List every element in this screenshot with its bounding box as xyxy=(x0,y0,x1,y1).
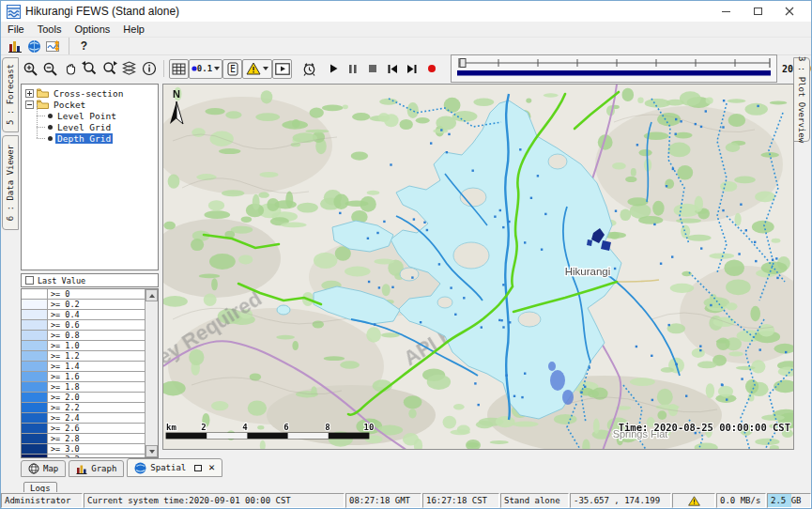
timeseries-dialog-button[interactable] xyxy=(44,37,64,56)
scroll-up-button[interactable] xyxy=(146,289,158,301)
thresholds-dropdown[interactable] xyxy=(242,59,272,79)
play-button[interactable] xyxy=(323,59,343,79)
legend-color-swatch xyxy=(22,382,48,392)
tree-item-label: Cross-section xyxy=(52,88,125,99)
last-timestep-button[interactable] xyxy=(402,59,421,79)
legend-class-label: >= 2.4 xyxy=(48,413,145,423)
zoom-out-button[interactable] xyxy=(40,59,60,79)
layers-button[interactable] xyxy=(119,59,139,79)
menu-item[interactable]: Help xyxy=(116,23,151,35)
tab-graph-label: Graph xyxy=(91,464,116,473)
legend-color-swatch xyxy=(22,444,48,454)
pan-button[interactable] xyxy=(60,59,80,79)
legend-color-swatch xyxy=(22,413,48,423)
pause-button[interactable] xyxy=(343,59,362,79)
legend-scrollbar[interactable] xyxy=(145,289,158,457)
map-display-button[interactable] xyxy=(24,37,44,56)
status-gmt-time: 08:27:18 GMT xyxy=(345,493,421,508)
play-icon xyxy=(327,62,340,75)
tab-graph[interactable]: Graph xyxy=(69,460,124,477)
legend-row: >= 3.0 xyxy=(22,444,145,455)
last-value-toggle[interactable]: Last Value xyxy=(21,273,159,287)
legend-row: >= 0.6 xyxy=(22,320,145,331)
map-viewport[interactable]: API Key Required API Key Required xyxy=(162,84,794,450)
maximize-button[interactable] xyxy=(742,2,774,21)
legend-class-label: >= 1.6 xyxy=(48,372,145,381)
grid-display-button[interactable] xyxy=(169,59,189,79)
zoom-in-button[interactable] xyxy=(21,59,40,79)
last-value-checkbox[interactable] xyxy=(25,276,34,285)
filter-tree-panel: Cross-section Pocket Level Point Level G… xyxy=(21,84,159,270)
stop-button[interactable] xyxy=(362,59,382,79)
graph-icon xyxy=(76,464,87,474)
tree-item-label: Pocket xyxy=(52,100,87,110)
minimize-button[interactable] xyxy=(710,2,742,21)
node-bullet-icon xyxy=(48,114,53,118)
skip-to-end-icon xyxy=(406,63,419,75)
app-window: Hikurangi FEWS (Stand alone) FileToolsOp… xyxy=(0,0,812,509)
view-tabs: Map Graph Spatial ✕ xyxy=(21,458,222,477)
svg-text:8: 8 xyxy=(325,423,329,432)
hand-icon xyxy=(63,61,78,76)
svg-text:4: 4 xyxy=(242,423,248,432)
collapse-icon[interactable] xyxy=(25,100,34,109)
first-timestep-button[interactable] xyxy=(382,59,402,79)
legend-class-label: >= 1.4 xyxy=(48,362,145,371)
tab-map[interactable]: Map xyxy=(21,460,66,477)
tab-close-icon[interactable]: ✕ xyxy=(208,464,215,471)
legend-color-swatch xyxy=(22,331,48,340)
status-warnings[interactable] xyxy=(672,493,715,508)
alarm-clock-icon xyxy=(301,61,317,77)
statistics-button[interactable] xyxy=(5,37,24,56)
tab-spatial[interactable]: Spatial ✕ xyxy=(127,458,222,477)
menu-item[interactable]: Options xyxy=(68,23,116,35)
contour-interval-dropdown[interactable]: 0.1 xyxy=(189,59,222,79)
sidebar-tab-plot-overview[interactable]: 3 : Plot Overview xyxy=(793,57,810,142)
scale-unit-label: km xyxy=(166,423,176,432)
tab-maximize-icon[interactable] xyxy=(194,465,202,471)
animation-button[interactable] xyxy=(272,59,292,79)
info-button[interactable] xyxy=(139,59,159,79)
toolbar-separator xyxy=(163,60,164,77)
tree-item-level-grid[interactable]: Level Grid xyxy=(48,121,156,132)
tree-item-label: Level Point xyxy=(55,111,118,121)
expand-icon[interactable] xyxy=(25,89,34,98)
label-icon: E xyxy=(227,62,238,76)
tab-spatial-label: Spatial xyxy=(150,463,186,472)
record-button[interactable] xyxy=(421,59,441,79)
scroll-down-button[interactable] xyxy=(146,445,158,457)
help-button[interactable]: ? xyxy=(74,37,94,56)
menu-item[interactable]: Tools xyxy=(31,23,69,35)
tree-item-depth-grid[interactable]: Depth Grid xyxy=(48,132,156,144)
label-display-button[interactable]: E xyxy=(222,59,242,79)
tree-item-pocket[interactable]: Pocket xyxy=(25,99,156,110)
title-bar: Hikurangi FEWS (Stand alone) xyxy=(1,1,811,22)
legend-row: >= 1.4 xyxy=(22,362,145,372)
tree-item-level-point[interactable]: Level Point xyxy=(48,110,156,121)
legend-color-swatch xyxy=(22,424,48,433)
zoom-previous-button[interactable] xyxy=(80,59,100,79)
menu-item[interactable]: File xyxy=(1,23,31,35)
legend-class-label: >= 1.2 xyxy=(48,351,145,361)
minimize-icon xyxy=(722,11,730,12)
close-button[interactable] xyxy=(774,2,805,21)
sidebar-tab-forecast[interactable]: 5 : Forecast xyxy=(2,57,19,132)
skip-to-start-icon xyxy=(386,63,399,75)
legend-row: >= 1.0 xyxy=(22,341,145,351)
legend-class-label: >= 2.6 xyxy=(48,424,145,433)
tab-map-label: Map xyxy=(43,464,58,473)
zoom-in-icon xyxy=(23,61,38,77)
sidebar-tab-data-viewer[interactable]: 6 : Data Viewer xyxy=(2,135,19,230)
maximize-icon xyxy=(754,8,762,15)
legend-panel: Last Value >= 0 >= 0.2 xyxy=(21,273,159,458)
grid-icon xyxy=(172,63,186,75)
svg-text:6: 6 xyxy=(283,423,288,432)
map-toolbar: 0.1 E xyxy=(21,54,794,83)
spatial-globe-icon xyxy=(134,462,146,474)
time-slider[interactable] xyxy=(451,54,777,83)
interval-timer-button[interactable] xyxy=(299,59,319,79)
zoom-next-button[interactable] xyxy=(100,59,119,79)
legend-class-label: >= 1.8 xyxy=(48,382,145,392)
map-canvas: API Key Required API Key Required xyxy=(163,85,794,450)
tree-item-cross-section[interactable]: Cross-section xyxy=(25,87,156,99)
